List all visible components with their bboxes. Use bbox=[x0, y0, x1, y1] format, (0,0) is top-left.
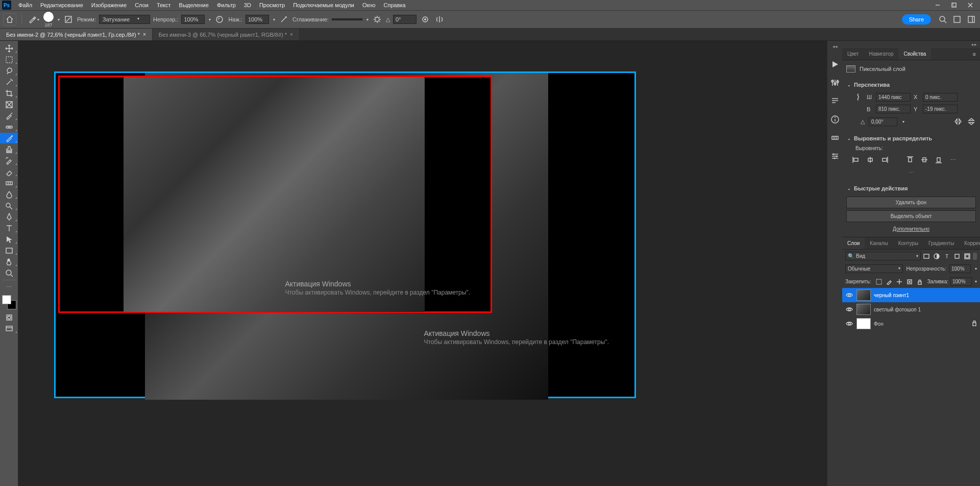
tab-layers[interactable]: Слои bbox=[842, 237, 865, 249]
eraser-tool[interactable] bbox=[0, 166, 18, 177]
filter-toggle[interactable] bbox=[973, 253, 977, 260]
paragraph-icon[interactable] bbox=[830, 96, 840, 106]
layer-name[interactable]: светлый фотошоп 1 bbox=[874, 307, 921, 312]
menu-help[interactable]: Справка bbox=[380, 1, 410, 10]
tab-adjustments[interactable]: Коррекция bbox=[959, 237, 980, 249]
home-button[interactable] bbox=[3, 13, 16, 26]
layer-opacity-input[interactable]: 100% bbox=[949, 264, 971, 273]
brush-preview[interactable]: 187 bbox=[43, 12, 54, 28]
link-icon[interactable] bbox=[855, 92, 864, 102]
document-tab-2[interactable]: Без имени-3 @ 66,7% (черный раинт1, RGB/… bbox=[153, 29, 300, 40]
opacity-input[interactable]: 100% bbox=[181, 15, 205, 24]
menu-text[interactable]: Текст bbox=[153, 1, 175, 10]
panel-menu-icon[interactable]: ≡ bbox=[969, 51, 980, 57]
shape-tool[interactable] bbox=[0, 245, 18, 256]
history-brush-tool[interactable] bbox=[0, 155, 18, 166]
stamp-tool[interactable] bbox=[0, 144, 18, 155]
align-top-button[interactable] bbox=[905, 155, 915, 164]
filter-smart-icon[interactable] bbox=[964, 253, 971, 260]
layer-row[interactable]: Фон bbox=[842, 317, 980, 331]
quick-actions-header[interactable]: ⌄Быстрые действия bbox=[846, 182, 976, 195]
layer-thumbnail[interactable] bbox=[856, 318, 871, 329]
tab-color[interactable]: Цвет bbox=[842, 48, 864, 60]
tab-properties[interactable]: Свойства bbox=[898, 48, 931, 60]
layer-name[interactable]: черный пэинт1 bbox=[874, 293, 909, 298]
opacity-caret[interactable]: ▾ bbox=[975, 266, 977, 271]
align-left-button[interactable] bbox=[851, 155, 861, 164]
layer-thumbnail[interactable] bbox=[856, 304, 871, 315]
quickmask-button[interactable] bbox=[0, 312, 18, 323]
lock-transparency-icon[interactable] bbox=[875, 278, 883, 285]
airbrush-button[interactable] bbox=[278, 14, 289, 25]
align-right-button[interactable] bbox=[880, 155, 889, 164]
layer-name[interactable]: Фон bbox=[874, 321, 884, 327]
layer-row[interactable]: светлый фотошоп 1 bbox=[842, 302, 980, 317]
layer-filter-select[interactable]: 🔍Вид▾ bbox=[845, 252, 921, 260]
canvas-area[interactable]: Активация Windows Чтобы активировать Win… bbox=[18, 41, 827, 486]
size-pressure-button[interactable] bbox=[420, 14, 431, 25]
menu-select[interactable]: Выделение bbox=[175, 1, 213, 10]
tab-gradients[interactable]: Градиенты bbox=[923, 237, 959, 249]
menu-plugins[interactable]: Подключаемые модули bbox=[289, 1, 358, 10]
frame-tool[interactable] bbox=[0, 99, 18, 110]
filter-pixel-icon[interactable] bbox=[923, 253, 930, 260]
brush-tool-icon[interactable]: ▾ bbox=[27, 13, 40, 26]
lasso-tool[interactable] bbox=[0, 65, 18, 76]
adjustments-icon[interactable] bbox=[830, 78, 840, 88]
canvas[interactable]: Активация Windows Чтобы активировать Win… bbox=[54, 71, 636, 398]
section-dots[interactable]: ⋯ bbox=[846, 167, 976, 178]
type-tool[interactable] bbox=[0, 223, 18, 233]
screenmode-button[interactable] bbox=[0, 323, 18, 334]
dodge-tool[interactable] bbox=[0, 200, 18, 211]
select-subject-button[interactable]: Выделить объект bbox=[846, 210, 976, 222]
search-button[interactable] bbox=[937, 14, 948, 25]
lock-position-icon[interactable] bbox=[896, 278, 903, 285]
close-icon[interactable]: × bbox=[143, 32, 146, 37]
brush-tool[interactable] bbox=[0, 133, 18, 143]
share-button[interactable]: Share bbox=[902, 14, 931, 25]
filter-type-icon[interactable]: T bbox=[943, 253, 950, 260]
menu-window[interactable]: Окно bbox=[358, 1, 380, 10]
document-tab-1[interactable]: Без имени-2 @ 72,6% (черный пэинт1, Гр.с… bbox=[0, 29, 153, 40]
flip-horizontal-button[interactable] bbox=[953, 117, 963, 126]
filter-adjustment-icon[interactable] bbox=[933, 253, 940, 260]
smoothing-settings-button[interactable] bbox=[372, 14, 383, 25]
collapse-panels-icon[interactable]: ▸▸ bbox=[842, 41, 980, 48]
brush-preset-caret[interactable]: ▾ bbox=[58, 17, 60, 22]
close-icon[interactable]: × bbox=[290, 32, 293, 37]
menu-image[interactable]: Изображение bbox=[87, 1, 131, 10]
more-actions-link[interactable]: Дополнительно bbox=[846, 224, 976, 234]
flip-vertical-button[interactable] bbox=[967, 117, 976, 126]
lock-pixels-icon[interactable] bbox=[886, 278, 893, 285]
window-maximize-button[interactable] bbox=[946, 0, 962, 10]
foreground-color[interactable] bbox=[2, 295, 11, 304]
align-vcenter-button[interactable] bbox=[920, 155, 929, 164]
opacity-pressure-button[interactable] bbox=[214, 14, 225, 25]
smoothing-caret[interactable]: ▾ bbox=[366, 17, 369, 22]
opacity-caret[interactable]: ▾ bbox=[209, 17, 211, 22]
layer-thumbnail[interactable] bbox=[856, 289, 871, 301]
visibility-icon[interactable] bbox=[845, 321, 853, 326]
info-icon[interactable] bbox=[830, 114, 840, 125]
path-select-tool[interactable] bbox=[0, 234, 18, 245]
transform-section-header[interactable]: ⌄Перспектива bbox=[846, 79, 976, 91]
height-input[interactable]: 810 пикс. bbox=[876, 105, 911, 113]
layer-blend-select[interactable]: Обычные▾ bbox=[845, 264, 903, 273]
angle-input[interactable]: 0,00° bbox=[869, 117, 897, 126]
brush-panel-button[interactable] bbox=[63, 14, 74, 25]
fill-input[interactable]: 100% bbox=[950, 277, 972, 286]
collapse-icon[interactable]: ◂◂ bbox=[832, 44, 838, 49]
window-minimize-button[interactable] bbox=[930, 0, 945, 10]
tab-paths[interactable]: Контуры bbox=[893, 237, 923, 249]
hand-tool[interactable] bbox=[0, 256, 18, 267]
workspace-layout-button[interactable] bbox=[966, 14, 977, 25]
y-input[interactable]: -19 пикс. bbox=[923, 105, 958, 113]
settings-icon[interactable] bbox=[830, 151, 840, 161]
align-hcenter-button[interactable] bbox=[866, 155, 875, 164]
tab-channels[interactable]: Каналы bbox=[865, 237, 893, 249]
flow-input[interactable]: 100% bbox=[246, 15, 269, 24]
align-more-button[interactable]: ⋯ bbox=[948, 155, 958, 164]
menu-edit[interactable]: Редактирование bbox=[36, 1, 87, 10]
remove-background-button[interactable]: Удалить фон bbox=[846, 197, 976, 208]
menu-layers[interactable]: Слои bbox=[131, 1, 153, 10]
